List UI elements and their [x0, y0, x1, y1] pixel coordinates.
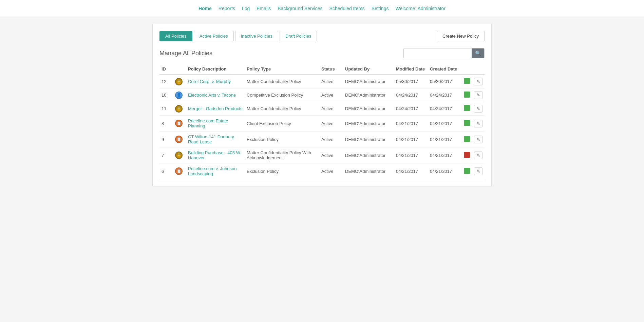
cell-id: 8	[159, 116, 173, 132]
cell-modified-date: 04/21/2017	[394, 116, 428, 132]
policy-link[interactable]: Merger - Gadsden Products	[188, 106, 242, 111]
table-row: 8 📋 Priceline.com Estate Planning Client…	[159, 116, 485, 132]
edit-button[interactable]: ✎	[474, 167, 482, 175]
nav-settings[interactable]: Settings	[372, 6, 389, 11]
cell-description: Electronic Arts v. Tacone	[186, 88, 245, 102]
status-indicator	[464, 136, 470, 142]
nav-reports[interactable]: Reports	[219, 6, 235, 11]
cell-policy-type: Exclusion Policy	[245, 132, 319, 147]
cell-policy-type: Client Exclusion Policy	[245, 116, 319, 132]
cell-edit: ✎	[472, 102, 485, 116]
policy-link[interactable]: Corel Corp. v. Murphy	[188, 79, 231, 84]
cell-id: 12	[159, 75, 173, 88]
policy-link[interactable]: Priceline.com Estate Planning	[188, 118, 228, 128]
edit-button[interactable]: ✎	[474, 105, 482, 113]
table-row: 6 📋 Priceline.com v. Johnson Landscaping…	[159, 163, 485, 179]
cell-description: Building Purchase - 405 W. Hanover	[186, 147, 245, 163]
top-nav: Home Reports Log Emails Background Servi…	[0, 0, 644, 17]
nav-links: Home Reports Log Emails Background Servi…	[7, 6, 637, 11]
tab-inactive-policies[interactable]: Inactive Policies	[235, 31, 278, 41]
cell-id: 10	[159, 88, 173, 102]
search-input[interactable]	[404, 49, 472, 58]
policy-link[interactable]: Electronic Arts v. Tacone	[188, 93, 236, 98]
status-indicator	[464, 78, 470, 84]
table-row: 9 📋 CT-Wilton-141 Danbury Road Lease Exc…	[159, 132, 485, 147]
cell-policy-type: Exclusion Policy	[245, 163, 319, 179]
cell-created-date: 04/21/2017	[428, 163, 462, 179]
cell-indicator	[462, 75, 472, 88]
cell-updated-by: DEMO\Administrator	[343, 102, 394, 116]
cell-icon: 📋	[173, 163, 186, 179]
cell-updated-by: DEMO\Administrator	[343, 163, 394, 179]
lock-icon: 🔒	[175, 105, 183, 113]
cell-modified-date: 04/24/2017	[394, 88, 428, 102]
cell-created-date: 04/21/2017	[428, 116, 462, 132]
cell-policy-type: Matter Confidentiality Policy	[245, 102, 319, 116]
page-title: Manage All Policies	[159, 50, 403, 57]
edit-button[interactable]: ✎	[474, 91, 482, 99]
status-indicator	[464, 168, 470, 174]
nav-home[interactable]: Home	[198, 6, 212, 11]
tab-bar: All Policies Active Policies Inactive Po…	[159, 31, 485, 41]
cell-created-date: 04/24/2017	[428, 102, 462, 116]
nav-log[interactable]: Log	[242, 6, 250, 11]
cell-edit: ✎	[472, 147, 485, 163]
cell-updated-by: DEMO\Administrator	[343, 75, 394, 88]
create-new-policy-button[interactable]: Create New Policy	[437, 31, 485, 41]
cell-indicator	[462, 163, 472, 179]
edit-button[interactable]: ✎	[474, 136, 482, 143]
person-icon: 👤	[175, 92, 183, 99]
cell-icon: 🔒	[173, 147, 186, 163]
nav-scheduled-items[interactable]: Scheduled Items	[329, 6, 365, 11]
search-bar: 🔍	[403, 48, 485, 58]
lock-icon: 🔒	[175, 152, 183, 159]
cell-id: 11	[159, 102, 173, 116]
cell-policy-type: Competitive Exclusion Policy	[245, 88, 319, 102]
col-icon	[173, 64, 186, 75]
col-id: ID	[159, 64, 173, 75]
cell-icon: 📋	[173, 116, 186, 132]
table-row: 7 🔒 Building Purchase - 405 W. Hanover M…	[159, 147, 485, 163]
cell-status: Active	[319, 116, 343, 132]
nav-emails[interactable]: Emails	[257, 6, 271, 11]
cell-icon: 🔒	[173, 102, 186, 116]
policy-link[interactable]: Priceline.com v. Johnson Landscaping	[188, 166, 237, 176]
tab-all-policies[interactable]: All Policies	[159, 31, 192, 41]
policy-link[interactable]: Building Purchase - 405 W. Hanover	[188, 150, 241, 160]
edit-button[interactable]: ✎	[474, 120, 482, 127]
cell-modified-date: 04/21/2017	[394, 147, 428, 163]
cell-created-date: 04/21/2017	[428, 132, 462, 147]
cell-description: Priceline.com Estate Planning	[186, 116, 245, 132]
tab-draft-policies[interactable]: Draft Policies	[280, 31, 317, 41]
nav-background-services[interactable]: Background Services	[278, 6, 322, 11]
table-row: 11 🔒 Merger - Gadsden Products Matter Co…	[159, 102, 485, 116]
cell-icon: 📋	[173, 132, 186, 147]
cell-modified-date: 04/24/2017	[394, 102, 428, 116]
cell-status: Active	[319, 163, 343, 179]
edit-button[interactable]: ✎	[474, 152, 482, 159]
cell-id: 7	[159, 147, 173, 163]
cell-modified-date: 05/30/2017	[394, 75, 428, 88]
cell-edit: ✎	[472, 116, 485, 132]
lock-icon: 🔒	[175, 78, 183, 85]
cell-status: Active	[319, 147, 343, 163]
table-row: 12 🔒 Corel Corp. v. Murphy Matter Confid…	[159, 75, 485, 88]
cell-indicator	[462, 102, 472, 116]
cell-icon: 👤	[173, 88, 186, 102]
cell-policy-type: Matter Confidentiality Policy With Ackno…	[245, 147, 319, 163]
tab-active-policies[interactable]: Active Policies	[194, 31, 234, 41]
policy-link[interactable]: CT-Wilton-141 Danbury Road Lease	[188, 134, 234, 144]
cell-created-date: 05/30/2017	[428, 75, 462, 88]
cell-indicator	[462, 132, 472, 147]
cell-created-date: 04/24/2017	[428, 88, 462, 102]
col-status: Status	[319, 64, 343, 75]
search-button[interactable]: 🔍	[472, 48, 484, 58]
orange-icon: 📋	[175, 136, 183, 143]
cell-description: CT-Wilton-141 Danbury Road Lease	[186, 132, 245, 147]
cell-updated-by: DEMO\Administrator	[343, 147, 394, 163]
edit-button[interactable]: ✎	[474, 78, 482, 85]
cell-policy-type: Matter Confidentiality Policy	[245, 75, 319, 88]
cell-updated-by: DEMO\Administrator	[343, 132, 394, 147]
cell-indicator	[462, 88, 472, 102]
col-updated-by: Updated By	[343, 64, 394, 75]
